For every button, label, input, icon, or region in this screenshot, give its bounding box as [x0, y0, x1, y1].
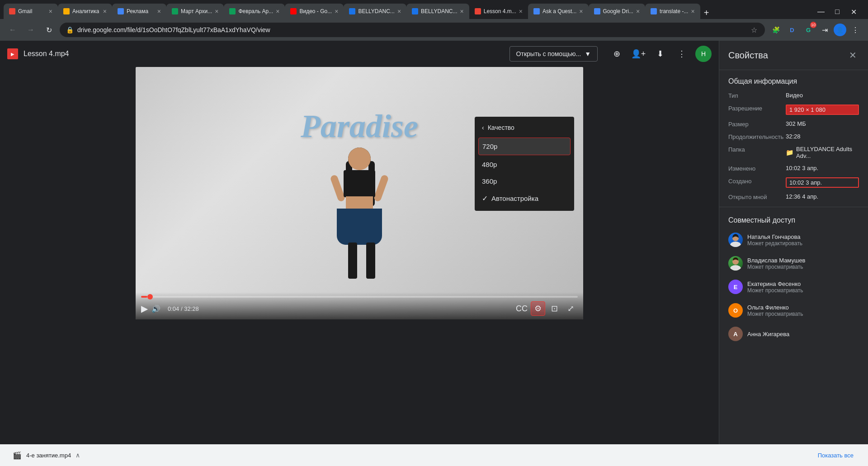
back-button[interactable]: ← — [5, 23, 20, 37]
settings-button[interactable]: ⚙ — [531, 301, 545, 316]
tab-bellydance2-close[interactable]: × — [460, 8, 464, 15]
share-icon[interactable]: 👤+ — [630, 46, 646, 62]
tab-video[interactable]: Видео - Go... × — [285, 4, 344, 19]
progress-fill — [141, 296, 147, 298]
ask-favicon — [533, 8, 540, 14]
person-leg-right — [366, 243, 375, 279]
tab-translate[interactable]: translate -... × — [645, 4, 700, 19]
quality-option-480[interactable]: 480р — [475, 156, 574, 173]
share-avatar-vladislav — [728, 256, 743, 271]
share-perm-olga: Может просматривать — [747, 311, 859, 317]
profile-avatar[interactable]: 👤 — [834, 24, 846, 36]
download-chevron-icon[interactable]: ∧ — [75, 452, 80, 459]
tab-video-close[interactable]: × — [335, 8, 338, 15]
tab-ask[interactable]: Ask a Quest... × — [528, 4, 589, 19]
address-box[interactable]: 🔒 drive.google.com/file/d/1sOoDhtO7fqZbl… — [60, 23, 765, 37]
drive-ext-icon[interactable]: D — [785, 23, 799, 37]
quality-option-360[interactable]: 360р — [475, 173, 574, 190]
checkmark-icon: ✓ — [482, 194, 488, 203]
bookmark-star-icon[interactable]: ☆ — [750, 25, 759, 34]
progress-bar[interactable] — [141, 296, 578, 298]
user-avatar[interactable]: Н — [695, 46, 712, 62]
tab-bellydance2-label: BELLYDANC... — [421, 8, 457, 14]
share-name-olga: Ольга Филенко — [747, 304, 859, 311]
send-tab-icon[interactable]: ⇥ — [817, 23, 832, 37]
open-with-button[interactable]: Открыть с помощью... ▼ — [509, 46, 598, 62]
browser-chrome: Gmail × Аналитика × Реклама × Март Архи.… — [0, 0, 868, 41]
quality-menu: ‹ Качество 720р 480р 360р ✓ Автонастройк — [475, 117, 574, 211]
prop-value-resolution: 1 920 × 1 080 — [786, 105, 859, 115]
maximize-button[interactable]: □ — [830, 5, 844, 19]
play-button[interactable]: ▶ — [141, 303, 148, 314]
tab-gdrive[interactable]: Google Dri... × — [589, 4, 646, 19]
tab-fevral[interactable]: Февраль Ар... × — [224, 4, 285, 19]
quality-auto-label: Автонастройка — [491, 195, 538, 202]
quality-menu-header[interactable]: ‹ Качество — [475, 120, 574, 137]
share-row-olga: О Ольга Филенко Может просматривать — [728, 299, 859, 322]
reload-button[interactable]: ↻ — [42, 23, 56, 37]
window-close-button[interactable]: ✕ — [846, 5, 861, 19]
panel-close-button[interactable]: ✕ — [846, 49, 859, 62]
video-header: ▶ Lesson 4.mp4 Открыть с помощью... ▼ ⊕ … — [0, 41, 719, 67]
tab-mart-label: Март Архи... — [181, 8, 212, 14]
bellydance1-favicon — [349, 8, 355, 14]
tab-translate-close[interactable]: × — [691, 8, 694, 15]
tab-bellydance1[interactable]: BELLYDANC... × — [344, 4, 406, 19]
minimize-button[interactable]: — — [814, 5, 828, 19]
bellydance2-favicon — [412, 8, 418, 14]
share-avatar-anna: А — [728, 327, 743, 341]
prop-label-folder: Папка — [728, 146, 780, 153]
tab-mart[interactable]: Март Архи... × — [166, 4, 224, 19]
tab-bellydance1-label: BELLYDANC... — [358, 8, 394, 14]
more-menu-button[interactable]: ⋮ — [848, 23, 863, 37]
tab-mart-close[interactable]: × — [215, 8, 218, 15]
tab-ask-close[interactable]: × — [579, 8, 583, 15]
forward-button[interactable]: → — [24, 23, 38, 37]
prop-label-size: Размер — [728, 120, 780, 128]
folder-icon: 📁 — [786, 149, 793, 156]
prop-label-opened: Открыто мной — [728, 193, 780, 200]
tab-gdrive-close[interactable]: × — [636, 8, 640, 15]
tab-gmail[interactable]: Gmail × — [4, 4, 58, 19]
grammarly-ext-icon[interactable]: G 10 — [801, 23, 816, 37]
tab-bellydance1-close[interactable]: × — [397, 8, 401, 15]
new-tab-button[interactable]: + — [700, 6, 713, 19]
tab-gdrive-label: Google Dri... — [603, 8, 633, 14]
person-leg-left — [348, 243, 357, 279]
tab-analytics-close[interactable]: × — [103, 8, 107, 15]
prop-value-modified: 10:02 3 апр. — [786, 165, 859, 171]
quality-option-720[interactable]: 720р — [478, 138, 571, 155]
prop-row-created: Создано 10:02 3 апр. — [719, 175, 868, 190]
volume-button[interactable]: 🔊 — [151, 304, 160, 313]
share-info-ekaterina: Екатерина Фесенко Может просматривать — [747, 281, 859, 294]
tab-bellydance2[interactable]: BELLYDANC... × — [406, 4, 469, 19]
share-info-olga: Ольга Филенко Может просматривать — [747, 304, 859, 317]
fullscreen-button[interactable]: ⤢ — [563, 301, 578, 316]
tab-fevral-close[interactable]: × — [276, 8, 279, 15]
share-name-vladislav: Владислав Мамушев — [747, 257, 859, 264]
share-perm-natalia: Может редактировать — [747, 240, 859, 247]
quality-title: Качество — [488, 124, 514, 131]
tab-lesson-close[interactable]: × — [519, 8, 523, 15]
tab-analytics[interactable]: Аналитика × — [58, 4, 112, 19]
person-figure — [323, 147, 396, 292]
tab-gmail-close[interactable]: × — [49, 8, 52, 15]
quality-option-auto[interactable]: ✓ Автонастройка — [475, 190, 574, 207]
person-body-mid — [346, 196, 373, 210]
prop-value-opened: 12:36 4 апр. — [786, 193, 859, 200]
download-icon[interactable]: ⬇ — [652, 46, 668, 62]
more-options-icon[interactable]: ⋮ — [674, 46, 690, 62]
quality-720-label: 720р — [482, 143, 497, 150]
extensions-icon[interactable]: 🧩 — [769, 23, 783, 37]
video-player[interactable]: Paradise — [136, 67, 583, 319]
toolbar-icons: 🧩 D G 10 ⇥ 👤 ⋮ — [769, 23, 863, 37]
tab-lesson[interactable]: Lesson 4.m... × — [469, 4, 528, 19]
add-to-drive-icon[interactable]: ⊕ — [609, 46, 625, 62]
panel-title: Свойства — [728, 50, 768, 61]
subtitles-button[interactable]: CC — [514, 301, 529, 316]
miniplayer-button[interactable]: ⊡ — [547, 301, 561, 316]
show-all-button[interactable]: Показать все — [811, 448, 861, 462]
open-with-label: Открыть с помощью... — [516, 50, 581, 57]
tab-ads[interactable]: Реклама × — [112, 4, 166, 19]
tab-ads-close[interactable]: × — [157, 8, 161, 15]
